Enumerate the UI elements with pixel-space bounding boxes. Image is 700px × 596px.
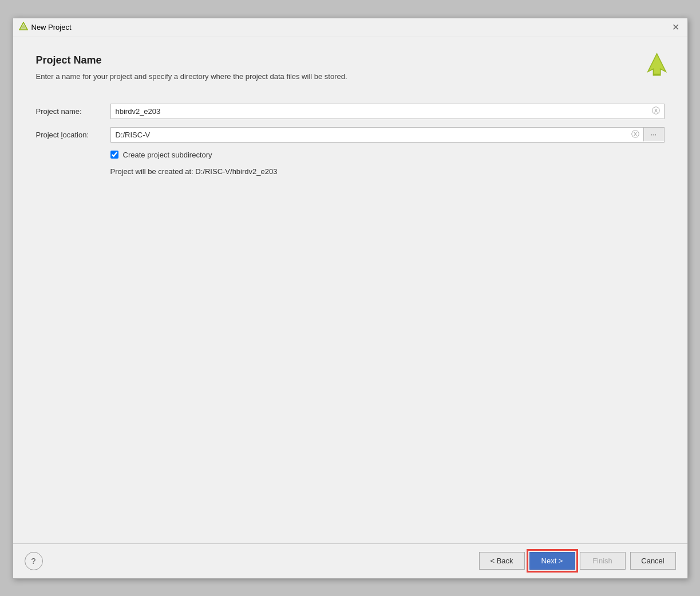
- project-location-input-wrapper: ⓧ ···: [110, 127, 665, 143]
- cancel-button[interactable]: Cancel: [630, 552, 676, 570]
- page-title: Project Name: [36, 54, 665, 66]
- title-bar: New Project ✕: [13, 18, 687, 37]
- project-location-label: Project location:: [36, 131, 110, 139]
- help-button[interactable]: ?: [25, 552, 43, 570]
- create-subdirectory-row: Create project subdirectory: [110, 151, 665, 159]
- project-location-row: Project location: ⓧ ···: [36, 127, 665, 143]
- project-name-input[interactable]: [111, 104, 650, 119]
- back-button[interactable]: < Back: [479, 552, 525, 570]
- dialog-footer: ? < Back Next > Finish Cancel: [13, 543, 687, 578]
- project-name-clear-button[interactable]: ⓧ: [650, 105, 662, 117]
- project-name-input-wrapper: ⓧ: [110, 104, 665, 119]
- footer-right: < Back Next > Finish Cancel: [479, 552, 676, 570]
- new-project-dialog: New Project ✕ Project Name Enter a name …: [13, 18, 688, 579]
- project-path-info: Project will be created at: D:/RISC-V/hb…: [110, 167, 665, 176]
- footer-left: ?: [25, 552, 43, 570]
- project-name-row: Project name: ⓧ: [36, 104, 665, 119]
- page-description: Enter a name for your project and specif…: [36, 72, 665, 81]
- project-location-clear-button[interactable]: ⓧ: [630, 129, 641, 140]
- project-name-label: Project name:: [36, 107, 110, 116]
- dialog-content: Project Name Enter a name for your proje…: [13, 37, 687, 543]
- close-button[interactable]: ✕: [670, 22, 682, 33]
- title-bar-left: New Project: [19, 22, 72, 33]
- project-location-browse-button[interactable]: ···: [643, 128, 664, 141]
- dialog-title: New Project: [31, 23, 72, 31]
- app-logo-icon: [19, 22, 28, 33]
- create-subdirectory-checkbox[interactable]: [110, 151, 118, 159]
- project-form: Project name: ⓧ Project location: ⓧ ···: [36, 104, 665, 176]
- create-subdirectory-label[interactable]: Create project subdirectory: [110, 151, 212, 159]
- project-location-input[interactable]: [111, 128, 630, 142]
- next-button[interactable]: Next >: [529, 552, 575, 570]
- finish-button[interactable]: Finish: [580, 552, 626, 570]
- brand-logo-icon: [642, 49, 670, 77]
